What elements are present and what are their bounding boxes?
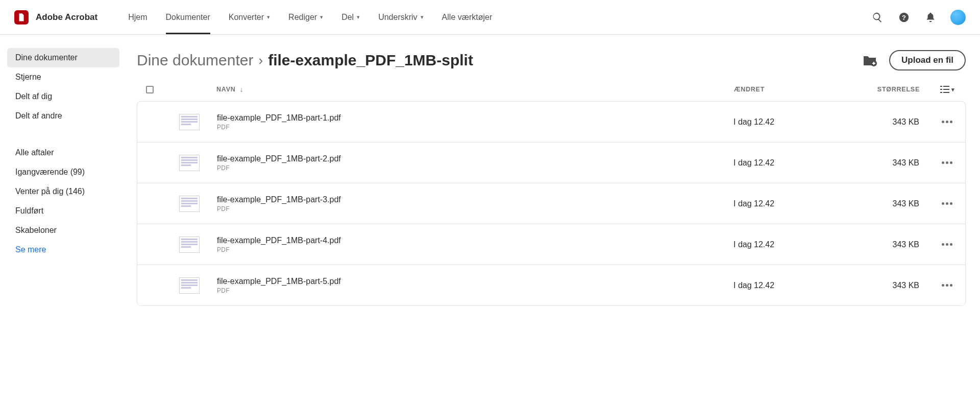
table-row[interactable]: file-example_PDF_1MB-part-4.pdf PDF I da… xyxy=(137,224,965,265)
breadcrumb-parent[interactable]: Dine dokumenter xyxy=(137,52,253,69)
file-size: 343 KB xyxy=(851,158,933,168)
sidebar-item-completed[interactable]: Fuldført xyxy=(7,201,119,221)
sidebar-item-stars[interactable]: Stjerne xyxy=(7,67,119,87)
nav-home[interactable]: Hjem xyxy=(119,0,156,34)
chevron-down-icon: ▾ xyxy=(357,14,360,20)
table-row[interactable]: file-example_PDF_1MB-part-3.pdf PDF I da… xyxy=(137,183,965,224)
view-toggle[interactable]: ▾ xyxy=(933,85,962,94)
chevron-down-icon: ▾ xyxy=(320,14,323,20)
topbar-right: ? xyxy=(871,10,966,25)
upload-button[interactable]: Upload en fil xyxy=(889,50,966,70)
row-more-button[interactable] xyxy=(933,284,961,287)
search-icon[interactable] xyxy=(871,11,884,24)
file-type: PDF xyxy=(217,164,733,172)
column-modified[interactable]: ÆNDRET xyxy=(734,86,851,93)
file-name-cell: file-example_PDF_1MB-part-2.pdf PDF xyxy=(217,154,733,172)
chevron-down-icon: ▾ xyxy=(267,14,270,20)
breadcrumb-current: file-example_PDF_1MB-split xyxy=(268,52,473,69)
header-actions: Upload en fil xyxy=(863,50,966,70)
nav-share[interactable]: Del▾ xyxy=(332,0,369,34)
file-name-cell: file-example_PDF_1MB-part-4.pdf PDF xyxy=(217,236,733,253)
sidebar-group-agreements: Alle aftaler Igangværende (99) Venter på… xyxy=(7,143,119,259)
file-modified: I dag 12.42 xyxy=(733,240,851,249)
sidebar-item-in-progress[interactable]: Igangværende (99) xyxy=(7,162,119,182)
pdf-thumbnail-icon xyxy=(179,196,200,212)
more-icon xyxy=(942,243,952,246)
help-icon[interactable]: ? xyxy=(897,11,911,24)
file-name-cell: file-example_PDF_1MB-part-5.pdf PDF xyxy=(217,277,733,294)
file-name-cell: file-example_PDF_1MB-part-1.pdf PDF xyxy=(217,113,733,131)
page-header: Dine dokumenter › file-example_PDF_1MB-s… xyxy=(137,50,966,70)
svg-rect-4 xyxy=(943,86,949,87)
sidebar-item-templates[interactable]: Skabeloner xyxy=(7,221,119,240)
table-row[interactable]: file-example_PDF_1MB-part-1.pdf PDF I da… xyxy=(137,102,965,143)
file-size: 343 KB xyxy=(851,281,933,290)
sidebar-item-shared-by-others[interactable]: Delt af andre xyxy=(7,106,119,126)
sidebar-item-waiting[interactable]: Venter på dig (146) xyxy=(7,182,119,201)
file-modified: I dag 12.42 xyxy=(733,281,851,290)
add-folder-icon[interactable] xyxy=(863,54,877,66)
main-nav: Hjem Dokumenter Konverter▾ Rediger▾ Del▾… xyxy=(119,0,501,34)
file-name: file-example_PDF_1MB-part-5.pdf xyxy=(217,277,733,286)
nav-sign-label: Underskriv xyxy=(378,13,417,22)
file-name: file-example_PDF_1MB-part-3.pdf xyxy=(217,195,733,204)
nav-sign[interactable]: Underskriv▾ xyxy=(369,0,432,34)
nav-edit-label: Rediger xyxy=(288,13,317,22)
content: Dine dokumenter Stjerne Delt af dig Delt… xyxy=(0,35,980,403)
main: Dine dokumenter › file-example_PDF_1MB-s… xyxy=(127,35,980,403)
file-list: file-example_PDF_1MB-part-1.pdf PDF I da… xyxy=(137,101,966,306)
nav-edit[interactable]: Rediger▾ xyxy=(279,0,332,34)
row-more-button[interactable] xyxy=(933,243,961,246)
sort-down-icon: ↓ xyxy=(240,85,244,93)
table-row[interactable]: file-example_PDF_1MB-part-2.pdf PDF I da… xyxy=(137,143,965,183)
file-name-cell: file-example_PDF_1MB-part-3.pdf PDF xyxy=(217,195,733,212)
row-more-button[interactable] xyxy=(933,121,961,123)
svg-text:?: ? xyxy=(902,13,906,21)
acrobat-logo-icon xyxy=(14,10,29,25)
nav-documents[interactable]: Dokumenter xyxy=(157,0,219,34)
svg-rect-7 xyxy=(940,92,942,93)
file-name: file-example_PDF_1MB-part-4.pdf xyxy=(217,236,733,245)
svg-rect-6 xyxy=(943,89,949,90)
column-name-label: NAVN xyxy=(216,86,236,93)
breadcrumb-separator-icon: › xyxy=(258,53,263,68)
svg-rect-5 xyxy=(940,89,942,90)
breadcrumb: Dine dokumenter › file-example_PDF_1MB-s… xyxy=(137,52,473,69)
file-type: PDF xyxy=(217,124,733,131)
file-modified: I dag 12.42 xyxy=(733,158,851,168)
sidebar-item-shared-by-you[interactable]: Delt af dig xyxy=(7,87,119,106)
chevron-down-icon: ▾ xyxy=(951,86,955,93)
sidebar-item-all-agreements[interactable]: Alle aftaler xyxy=(7,143,119,162)
row-more-button[interactable] xyxy=(933,161,961,164)
nav-tools[interactable]: Alle værktøjer xyxy=(433,0,502,34)
file-modified: I dag 12.42 xyxy=(733,199,851,208)
row-more-button[interactable] xyxy=(933,202,961,205)
sidebar-group-docs: Dine dokumenter Stjerne Delt af dig Delt… xyxy=(7,48,119,126)
file-size: 343 KB xyxy=(851,240,933,249)
svg-rect-3 xyxy=(940,86,942,87)
avatar[interactable] xyxy=(950,10,966,25)
column-size[interactable]: STØRRELSE xyxy=(851,86,933,93)
pdf-thumbnail-icon xyxy=(179,114,200,130)
more-icon xyxy=(942,161,952,164)
pdf-thumbnail-icon xyxy=(179,236,200,253)
column-name[interactable]: NAVN ↓ xyxy=(179,85,734,93)
bell-icon[interactable] xyxy=(924,11,937,24)
nav-convert[interactable]: Konverter▾ xyxy=(219,0,279,34)
sidebar-item-your-documents[interactable]: Dine dokumenter xyxy=(7,48,119,67)
chevron-down-icon: ▾ xyxy=(421,14,424,20)
file-size: 343 KB xyxy=(851,117,933,127)
pdf-thumbnail-icon xyxy=(179,277,200,294)
nav-convert-label: Konverter xyxy=(229,13,264,22)
product-name: Adobe Acrobat xyxy=(36,12,97,22)
file-type: PDF xyxy=(217,205,733,212)
topbar: Adobe Acrobat Hjem Dokumenter Konverter▾… xyxy=(0,0,980,35)
select-all-checkbox[interactable] xyxy=(146,86,179,93)
table-row[interactable]: file-example_PDF_1MB-part-5.pdf PDF I da… xyxy=(137,265,965,306)
file-type: PDF xyxy=(217,246,733,253)
sidebar-item-see-more[interactable]: Se mere xyxy=(7,240,119,259)
nav-home-label: Hjem xyxy=(128,13,147,22)
pdf-thumbnail-icon xyxy=(179,155,200,171)
sidebar: Dine dokumenter Stjerne Delt af dig Delt… xyxy=(0,35,127,403)
more-icon xyxy=(942,284,952,287)
